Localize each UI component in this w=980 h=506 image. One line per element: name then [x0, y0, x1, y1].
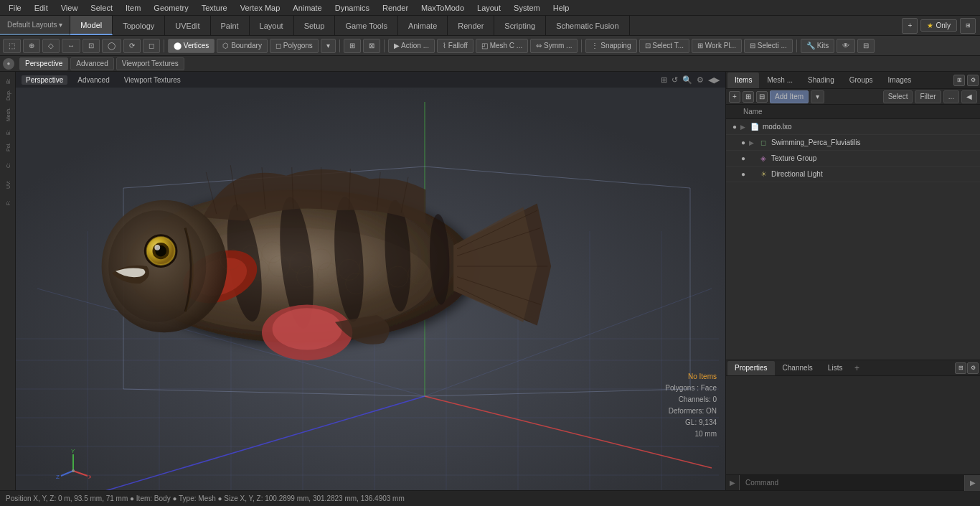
vp-icon-4[interactable]: ⚙ — [697, 75, 704, 85]
wire-btn[interactable]: ⊠ — [363, 39, 380, 53]
tab-topology[interactable]: Topology — [113, 16, 165, 35]
add-item-btn[interactable]: Add Item — [770, 90, 809, 103]
menu-file[interactable]: File — [3, 2, 27, 14]
vp-icon-3[interactable]: 🔍 — [682, 75, 692, 85]
tab-layout[interactable]: Layout — [250, 16, 294, 35]
add-layout-btn[interactable]: + — [902, 18, 918, 34]
move-btn[interactable]: ↔ — [62, 39, 80, 53]
expand-icon-0[interactable]: ▶ — [740, 123, 749, 131]
sidebar-icon-5[interactable]: Pol. — [1, 141, 14, 154]
props-add-btn[interactable]: + — [850, 362, 863, 375]
props-tab-lists[interactable]: Lists — [821, 361, 850, 375]
items-more-btn[interactable]: ... — [943, 90, 959, 103]
props-tab-channels[interactable]: Channels — [776, 361, 820, 375]
sidebar-icon-4[interactable]: E: — [1, 126, 14, 139]
menu-view[interactable]: View — [55, 2, 84, 14]
menu-edit[interactable]: Edit — [29, 2, 54, 14]
sidebar-icon-7[interactable]: UV: — [1, 178, 14, 191]
advanced-tab[interactable]: Advanced — [70, 57, 113, 70]
tree-item-swimming-perca[interactable]: ● ▶ ◻ Swimming_Perca_Fluviatilis — [726, 135, 980, 151]
vertices-btn[interactable]: ⬤ Vertices — [168, 39, 215, 53]
scale-btn[interactable]: ◻ — [143, 39, 160, 53]
vp-tab-perspective[interactable]: Perspective — [22, 75, 67, 85]
perspective-tab[interactable]: Perspective — [19, 57, 68, 70]
items-grid-icon[interactable]: ⊞ — [743, 91, 754, 103]
items-collapse-btn[interactable]: ◀ — [961, 90, 977, 103]
menu-item[interactable]: Item — [120, 2, 146, 14]
polygons-btn[interactable]: ◻ Polygons — [270, 39, 319, 53]
sidebar-icon-6[interactable]: C: — [1, 159, 14, 172]
menu-animate[interactable]: Animate — [287, 2, 327, 14]
grid-btn2[interactable]: ⊟ — [857, 39, 875, 53]
items-list[interactable]: ● ▶ 📄 modo.lxo ● ▶ ◻ Swimming_Perca_Fluv… — [726, 119, 980, 240]
command-exec-btn[interactable]: ▶ — [964, 475, 980, 491]
items-filter-btn[interactable]: Filter — [915, 90, 941, 103]
panel-settings-btn[interactable]: ⚙ — [967, 75, 979, 86]
right-tab-shading[interactable]: Shading — [801, 72, 842, 88]
right-tab-mesh[interactable]: Mesh ... — [760, 72, 800, 88]
lasso-btn[interactable]: ◇ — [42, 39, 60, 53]
snapping-btn[interactable]: ⋮ Snapping — [585, 39, 636, 53]
vis-icon-1[interactable]: ● — [738, 137, 749, 149]
menu-layout[interactable]: Layout — [471, 2, 507, 14]
right-tab-items[interactable]: Items — [727, 72, 759, 88]
props-tab-properties[interactable]: Properties — [727, 361, 775, 375]
mode-dropdown[interactable]: ▾ — [321, 39, 336, 53]
rect-btn[interactable]: ⊡ — [83, 39, 100, 53]
sidebar-icon-8[interactable]: F: — [1, 197, 14, 210]
select-tool-btn[interactable]: ⊡ Select T... — [639, 39, 690, 53]
vis-icon-2[interactable]: ● — [738, 153, 749, 164]
star-only-btn[interactable]: ★ Only — [920, 19, 957, 32]
render-preview-btn[interactable]: ⊞ — [344, 39, 361, 53]
vp-tab-advanced[interactable]: Advanced — [73, 75, 113, 85]
vp-tab-textures[interactable]: Viewport Textures — [120, 75, 185, 85]
tab-model[interactable]: Model — [70, 16, 113, 35]
rotate-btn[interactable]: ⟳ — [123, 39, 141, 53]
circle-btn[interactable]: ◯ — [102, 39, 121, 53]
menu-vertex-map[interactable]: Vertex Map — [235, 2, 286, 14]
menu-maxtomodo[interactable]: MaxToModo — [415, 2, 470, 14]
add-item-dropdown[interactable]: ▾ — [811, 90, 824, 103]
viewport-textures-tab[interactable]: Viewport Textures — [116, 57, 184, 70]
menu-render[interactable]: Render — [377, 2, 414, 14]
origin-btn[interactable]: ⊕ — [23, 39, 40, 53]
tab-scripting[interactable]: Scripting — [494, 16, 546, 35]
tab-setup[interactable]: Setup — [294, 16, 336, 35]
maximize-btn[interactable]: ⊞ — [960, 18, 976, 34]
vis-icon-0[interactable]: ● — [729, 121, 740, 133]
panel-expand-btn[interactable]: ⊞ — [953, 75, 965, 86]
items-select-btn[interactable]: Select — [883, 90, 913, 103]
menu-system[interactable]: System — [508, 2, 546, 14]
vp-icon-1[interactable]: ⊞ — [661, 75, 667, 85]
right-tab-images[interactable]: Images — [881, 72, 919, 88]
tab-uvedit[interactable]: UVEdit — [165, 16, 210, 35]
props-settings-btn[interactable]: ⚙ — [967, 362, 979, 374]
kits-btn[interactable]: 🔧 Kits — [801, 39, 834, 53]
symm-btn[interactable]: ⇔ Symm ... — [530, 39, 578, 53]
tab-schematic[interactable]: Schematic Fusion — [546, 16, 629, 35]
toggle-vis-btn[interactable]: ⬚ — [3, 39, 21, 53]
view-btn[interactable]: 👁 — [837, 39, 855, 53]
work-plane-btn[interactable]: ⊞ Work Pl... — [692, 39, 742, 53]
mesh-btn[interactable]: ◰ Mesh C ... — [476, 39, 528, 53]
vis-icon-3[interactable]: ● — [738, 169, 749, 180]
falloff-btn[interactable]: ⌇ Falloff — [437, 39, 473, 53]
sidebar-icon-3[interactable]: Mesh. — [1, 108, 14, 121]
tab-render[interactable]: Render — [448, 16, 494, 35]
props-expand-btn[interactable]: ⊞ — [955, 362, 966, 374]
menu-dynamics[interactable]: Dynamics — [329, 2, 375, 14]
viewport[interactable]: Perspective Advanced Viewport Textures ⊞… — [16, 72, 725, 490]
action-btn[interactable]: ▶ Action ... — [388, 39, 435, 53]
sidebar-icon-2[interactable]: Dup. — [1, 89, 14, 102]
items-remove-icon[interactable]: ⊟ — [756, 91, 768, 103]
tab-animate[interactable]: Animate — [398, 16, 448, 35]
right-tab-groups[interactable]: Groups — [842, 72, 880, 88]
command-input[interactable] — [739, 475, 964, 490]
tab-gametools[interactable]: Game Tools — [335, 16, 398, 35]
vp-icon-2[interactable]: ↺ — [672, 75, 678, 85]
layout-dropdown[interactable]: Default Layouts ▾ — [0, 16, 70, 35]
tree-item-directional-light[interactable]: ● ☀ Directional Light — [726, 167, 980, 182]
vp-icon-5[interactable]: ◀▶ — [708, 75, 720, 85]
menu-geometry[interactable]: Geometry — [148, 2, 194, 14]
sidebar-icon-1[interactable]: B: — [1, 75, 14, 88]
